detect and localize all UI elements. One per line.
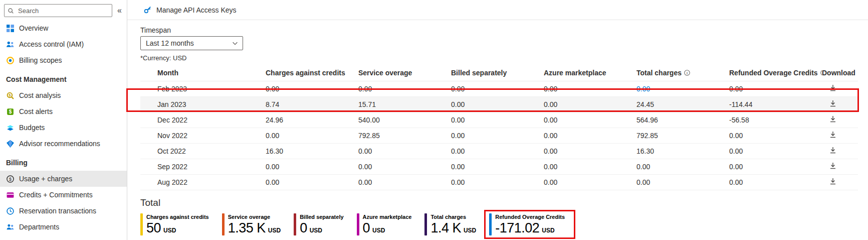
cell-overage: 0.00 bbox=[358, 143, 451, 159]
info-icon[interactable]: i bbox=[684, 69, 691, 76]
sidebar-item-credits-commitments[interactable]: Credits + Commitments bbox=[0, 187, 127, 203]
sidebar-item-label: Budgets bbox=[19, 124, 45, 132]
table-row-oct-2022: Oct 2022 16.30 0.00 0.00 0.00 16.30 0.00 bbox=[140, 143, 858, 159]
svg-text:$: $ bbox=[9, 176, 12, 181]
cell-total-charges: 564.96 bbox=[636, 112, 729, 128]
card-value: 0 bbox=[363, 220, 370, 235]
cost-alerts-icon: $ bbox=[6, 107, 15, 116]
sidebar-item-cost-alerts[interactable]: $ Cost alerts bbox=[0, 103, 127, 119]
card-unit: USD bbox=[464, 227, 476, 234]
cell-refunded: 0.00 bbox=[729, 143, 822, 159]
iam-icon bbox=[6, 40, 15, 49]
card-label: Azure marketplace bbox=[363, 213, 412, 220]
sidebar-item-label: Credits + Commitments bbox=[19, 191, 93, 199]
card-unit: USD bbox=[268, 227, 281, 234]
svg-text:i: i bbox=[687, 71, 688, 74]
table-row-nov-2022: Nov 2022 0.00 792.85 0.00 0.00 792.85 0.… bbox=[140, 128, 858, 143]
manage-api-keys-label: Manage API Access Keys bbox=[156, 6, 237, 14]
cell-refunded: 0.00 bbox=[729, 159, 822, 174]
card-label: Billed separately bbox=[300, 213, 343, 220]
key-icon bbox=[143, 6, 152, 14]
card-color-bar bbox=[222, 213, 225, 235]
sidebar-section-billing: Billing bbox=[0, 155, 127, 171]
search-input[interactable] bbox=[17, 7, 109, 15]
cell-total-charges: 0.00 bbox=[636, 159, 729, 174]
cell-total-charges: 24.45 bbox=[636, 96, 729, 112]
cell-total-charges: 0.00 bbox=[636, 174, 729, 190]
column-header-charges-against-credits: Charges against credits bbox=[266, 65, 358, 81]
sidebar-item-access-control-iam[interactable]: Access control (IAM) bbox=[0, 36, 127, 52]
cell-marketplace: 0.00 bbox=[544, 143, 636, 159]
cell-month: Sep 2022 bbox=[140, 159, 266, 174]
overview-icon bbox=[6, 24, 15, 33]
total-card-service-overage: Service overage 1.35 KUSD bbox=[222, 213, 281, 235]
cell-billed: 0.00 bbox=[451, 81, 544, 96]
download-icon[interactable] bbox=[829, 99, 837, 107]
cell-month: Feb 2023 bbox=[140, 81, 266, 96]
column-header-azure-marketplace: Azure marketplace bbox=[544, 65, 636, 81]
sidebar-item-departments[interactable]: Departments bbox=[0, 219, 127, 235]
cell-charges: 0.00 bbox=[266, 159, 358, 174]
cell-billed: 0.00 bbox=[451, 128, 544, 143]
departments-icon bbox=[6, 223, 15, 231]
sidebar-item-billing-scopes[interactable]: Billing scopes bbox=[0, 52, 127, 68]
sidebar-item-advisor-recommendations[interactable]: Advisor recommendations bbox=[0, 136, 127, 152]
cell-month: Oct 2022 bbox=[140, 143, 266, 159]
manage-api-keys-button[interactable]: Manage API Access Keys bbox=[140, 5, 240, 15]
cell-marketplace: 0.00 bbox=[544, 174, 636, 190]
download-icon[interactable] bbox=[829, 84, 837, 92]
cell-marketplace: 0.00 bbox=[544, 112, 636, 128]
cell-total-charges-link[interactable]: 0.00 bbox=[636, 81, 729, 96]
cell-charges: 0.00 bbox=[266, 81, 358, 96]
cell-overage: 0.00 bbox=[358, 81, 451, 96]
download-icon[interactable] bbox=[829, 146, 837, 154]
column-header-label: Refunded Overage Credits bbox=[729, 69, 818, 77]
cell-charges: 8.74 bbox=[266, 96, 358, 112]
sidebar-item-usage-charges[interactable]: $ Usage + charges bbox=[0, 171, 127, 187]
cost-analysis-icon: $ bbox=[6, 91, 15, 100]
cell-charges: 0.00 bbox=[266, 128, 358, 143]
cell-billed: 0.00 bbox=[451, 96, 544, 112]
table-row-dec-2022: Dec 2022 24.96 540.00 0.00 0.00 564.96 -… bbox=[140, 112, 858, 128]
card-value: -171.02 bbox=[495, 220, 539, 235]
cell-billed: 0.00 bbox=[451, 143, 544, 159]
card-label: Refunded Overage Credits bbox=[495, 213, 565, 220]
cell-charges: 0.00 bbox=[266, 174, 358, 190]
sidebar-item-overview[interactable]: Overview bbox=[0, 20, 127, 36]
download-icon[interactable] bbox=[829, 177, 837, 185]
column-header-service-overage: Service overage bbox=[358, 65, 451, 81]
download-icon[interactable] bbox=[829, 162, 837, 170]
total-card-charges-against-credits: Charges against credits 50USD bbox=[140, 213, 209, 235]
sidebar-item-budgets[interactable]: Budgets bbox=[0, 119, 127, 136]
card-unit: USD bbox=[310, 227, 322, 234]
sidebar-section-cost-management: Cost Management bbox=[0, 71, 127, 87]
column-header-billed-separately: Billed separately bbox=[451, 65, 544, 81]
cell-overage: 0.00 bbox=[358, 159, 451, 174]
card-value: 1.4 K bbox=[430, 220, 461, 235]
download-icon[interactable] bbox=[829, 115, 837, 123]
cell-billed: 0.00 bbox=[451, 159, 544, 174]
sidebar-item-label: Usage + charges bbox=[19, 175, 72, 183]
table-row-sep-2022: Sep 2022 0.00 0.00 0.00 0.00 0.00 0.00 bbox=[140, 159, 858, 174]
cell-refunded: -56.58 bbox=[729, 112, 822, 128]
cell-overage: 540.00 bbox=[358, 112, 451, 128]
sidebar-item-label: Access control (IAM) bbox=[19, 40, 84, 48]
column-header-label: Total charges bbox=[636, 69, 682, 77]
cell-charges: 24.96 bbox=[266, 112, 358, 128]
budgets-icon bbox=[6, 124, 15, 132]
timespan-label: Timespan bbox=[140, 26, 868, 34]
cell-refunded: -114.44 bbox=[729, 96, 822, 112]
sidebar-item-cost-analysis[interactable]: $ Cost analysis bbox=[0, 87, 127, 103]
download-icon[interactable] bbox=[829, 131, 837, 139]
annotation-box-refunded-card: Refunded Overage Credits -171.02USD bbox=[484, 210, 575, 239]
cell-total-charges: 792.85 bbox=[636, 128, 729, 143]
cell-month: Nov 2022 bbox=[140, 128, 266, 143]
sidebar-item-label: Cost alerts bbox=[19, 107, 53, 115]
sidebar-collapse-button[interactable]: « bbox=[114, 6, 125, 16]
cell-charges: 16.30 bbox=[266, 143, 358, 159]
timespan-dropdown[interactable]: Last 12 months bbox=[140, 36, 243, 50]
total-card-billed-separately: Billed separately 0USD bbox=[294, 213, 343, 235]
cell-marketplace: 0.00 bbox=[544, 159, 636, 174]
sidebar-item-reservation-transactions[interactable]: Reservation transactions bbox=[0, 203, 127, 219]
search-box[interactable] bbox=[4, 4, 112, 17]
